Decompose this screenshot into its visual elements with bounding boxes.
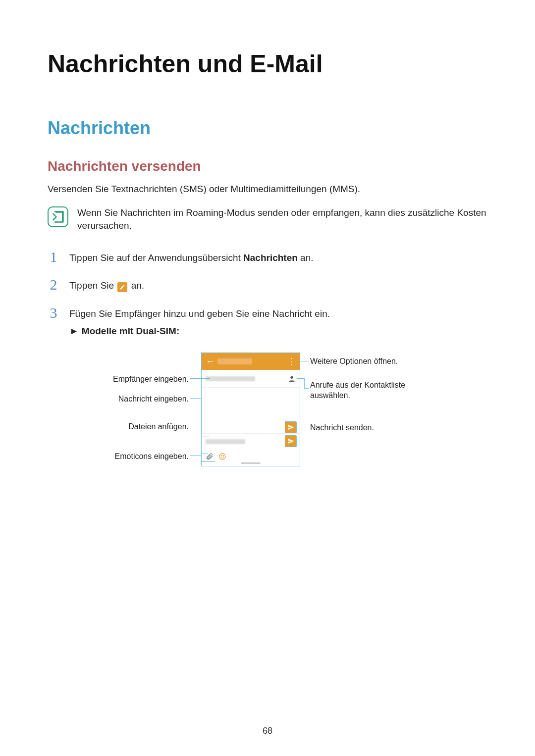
step-3-sub-colon: : [176, 326, 179, 336]
recipient-row [202, 370, 300, 388]
step-2-text: Tippen Sie an. [69, 277, 144, 293]
step-3-sub: ►Modelle mit Dual-SIM: [69, 325, 330, 338]
compose-diagram: ← ⋮ [102, 353, 419, 481]
blurred-recipient [206, 376, 255, 381]
compose-icon [117, 282, 127, 292]
step-3-sub-bold: Modelle mit Dual-SIM [82, 326, 176, 336]
send-buttons [284, 419, 298, 449]
emoticon-icon [218, 453, 226, 462]
section-title: Nachrichten [48, 118, 487, 139]
callout-contacts: Anrufe aus der Kontaktliste auswählen. [310, 380, 419, 401]
step-3-text: Fügen Sie Empfänger hinzu und geben Sie … [69, 305, 330, 338]
step-number: 2 [48, 277, 59, 292]
note-text: Wenn Sie Nachrichten im Roaming-Modus se… [77, 206, 487, 233]
svg-point-2 [221, 455, 221, 456]
blurred-title [217, 358, 252, 364]
attach-icon [206, 453, 214, 462]
step-1-bold: Nachrichten [243, 252, 298, 263]
step-1-before: Tippen Sie auf der Anwendungsübersicht [69, 252, 243, 263]
step-2-after: an. [131, 280, 144, 291]
callout-recipient: Empfänger eingeben. [102, 374, 189, 385]
contact-icon [288, 375, 296, 383]
page-number: 68 [0, 726, 535, 736]
arrow-icon: ► [69, 326, 79, 336]
callout-attach: Dateien anfügen. [102, 422, 189, 432]
back-icon: ← [206, 356, 214, 367]
step-1-after: an. [298, 252, 314, 263]
phone-header: ← ⋮ [202, 353, 300, 370]
send-sim1-button [285, 421, 297, 433]
step-1: 1 Tippen Sie auf der Anwendungsübersicht… [48, 250, 487, 265]
callout-more: Weitere Optionen öffnen. [310, 356, 419, 367]
step-3-main: Fügen Sie Empfänger hinzu und geben Sie … [69, 308, 330, 319]
more-icon: ⋮ [287, 360, 296, 363]
intro-text: Versenden Sie Textnachrichten (SMS) oder… [48, 183, 487, 196]
step-2: 2 Tippen Sie an. [48, 277, 487, 293]
note-block: Wenn Sie Nachrichten im Roaming-Modus se… [48, 206, 487, 233]
step-2-before: Tippen Sie [69, 280, 116, 291]
send-sim2-button [285, 435, 297, 447]
page-title: Nachrichten und E-Mail [48, 50, 487, 78]
step-number: 1 [48, 250, 59, 264]
svg-point-1 [219, 454, 225, 459]
callout-message: Nachricht eingeben. [102, 394, 189, 404]
note-icon [48, 206, 68, 227]
drag-handle [241, 462, 261, 464]
phone-mock: ← ⋮ [201, 353, 300, 466]
blurred-input [206, 439, 245, 444]
callout-emoticon: Emoticons eingeben. [102, 452, 189, 462]
svg-point-0 [290, 376, 293, 378]
step-number: 3 [48, 305, 59, 320]
step-3: 3 Fügen Sie Empfänger hinzu und geben Si… [48, 305, 487, 338]
svg-point-3 [223, 455, 223, 456]
subsection-title: Nachrichten versenden [48, 158, 487, 174]
callout-send: Nachricht senden. [310, 423, 419, 433]
step-1-text: Tippen Sie auf der Anwendungsübersicht N… [69, 250, 314, 265]
